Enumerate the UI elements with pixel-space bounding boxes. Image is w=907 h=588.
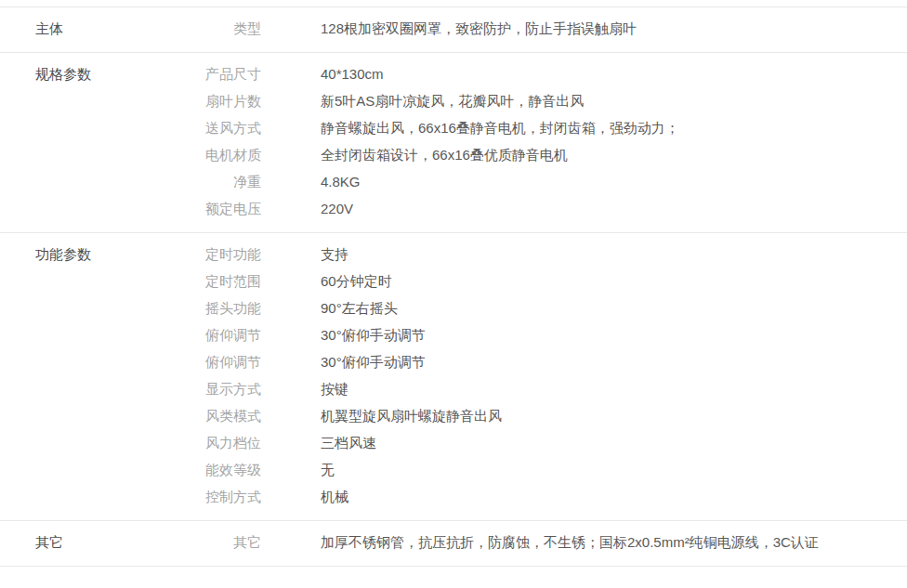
spec-row: 俯仰调节 30°俯仰手动调节: [200, 321, 907, 348]
spec-row: 净重 4.8KG: [200, 168, 907, 195]
spec-row: 风类模式 机翼型旋风扇叶螺旋静音出风: [200, 402, 907, 429]
spec-value: 按键: [321, 375, 348, 402]
spec-value: 30°俯仰手动调节: [321, 321, 426, 348]
spec-row: 送风方式 静音螺旋出风，66x16叠静音电机，封闭齿箱，强劲动力；: [200, 114, 907, 141]
spec-section-0: 主体 类型 128根加密双圈网罩，致密防护，防止手指误触扇叶: [0, 7, 907, 53]
spec-label: 俯仰调节: [200, 321, 261, 348]
spec-label: 净重: [200, 168, 261, 195]
spec-label: 其它: [200, 529, 261, 555]
spec-label: 扇叶片数: [200, 87, 261, 114]
section-rows: 定时功能 支持 定时范围 60分钟定时 摇头功能 90°左右摇头 俯仰调节 30…: [200, 241, 907, 510]
spec-row: 额定电压 220V: [200, 195, 907, 222]
spec-label: 类型: [200, 15, 261, 42]
spec-value: 机翼型旋风扇叶螺旋静音出风: [321, 402, 502, 429]
spec-label: 定时功能: [200, 241, 261, 268]
spec-value: 新5叶AS扇叶凉旋风，花瓣风叶，静音出风: [321, 87, 584, 114]
product-spec-table: 主体 类型 128根加密双圈网罩，致密防护，防止手指误触扇叶 规格参数 产品尺寸…: [0, 7, 907, 567]
section-rows: 产品尺寸 40*130cm 扇叶片数 新5叶AS扇叶凉旋风，花瓣风叶，静音出风 …: [200, 60, 907, 222]
section-title: 主体: [0, 15, 200, 42]
spec-value: 静音螺旋出风，66x16叠静音电机，封闭齿箱，强劲动力；: [321, 114, 679, 141]
spec-value: 全封闭齿箱设计，66x16叠优质静音电机: [321, 141, 568, 168]
spec-row: 定时功能 支持: [200, 241, 907, 268]
spec-row: 风力档位 三档风速: [200, 429, 907, 456]
spec-value: 加厚不锈钢管，抗压抗折，防腐蚀，不生锈；国标2x0.5mm²纯铜电源线，3C认证: [321, 529, 819, 555]
spec-section-1: 规格参数 产品尺寸 40*130cm 扇叶片数 新5叶AS扇叶凉旋风，花瓣风叶，…: [0, 53, 907, 233]
spec-label: 产品尺寸: [200, 60, 261, 87]
section-rows: 类型 128根加密双圈网罩，致密防护，防止手指误触扇叶: [200, 15, 907, 42]
spec-value: 三档风速: [321, 429, 376, 456]
spec-row: 俯仰调节 30°俯仰手动调节: [200, 348, 907, 375]
section-title: 其它: [0, 529, 200, 555]
spec-label: 俯仰调节: [200, 348, 261, 375]
spec-label: 风力档位: [200, 429, 261, 456]
spec-label: 摇头功能: [200, 294, 261, 321]
spec-value: 128根加密双圈网罩，致密防护，防止手指误触扇叶: [321, 15, 637, 42]
spec-value: 60分钟定时: [321, 268, 392, 294]
spec-label: 风类模式: [200, 402, 261, 429]
spec-value: 无: [321, 456, 335, 483]
spec-label: 控制方式: [200, 483, 261, 510]
spec-row: 类型 128根加密双圈网罩，致密防护，防止手指误触扇叶: [200, 15, 907, 42]
spec-row: 控制方式 机械: [200, 483, 907, 510]
spec-label: 显示方式: [200, 375, 261, 402]
spec-row: 其它 加厚不锈钢管，抗压抗折，防腐蚀，不生锈；国标2x0.5mm²纯铜电源线，3…: [200, 529, 907, 555]
spec-value: 90°左右摇头: [321, 294, 398, 321]
spec-section-2: 功能参数 定时功能 支持 定时范围 60分钟定时 摇头功能 90°左右摇头 俯仰…: [0, 233, 907, 521]
spec-row: 产品尺寸 40*130cm: [200, 60, 907, 87]
spec-row: 摇头功能 90°左右摇头: [200, 294, 907, 321]
spec-row: 显示方式 按键: [200, 375, 907, 402]
spec-label: 电机材质: [200, 141, 261, 168]
spec-value: 40*130cm: [321, 60, 384, 87]
spec-value: 4.8KG: [321, 168, 361, 195]
spec-section-3: 其它 其它 加厚不锈钢管，抗压抗折，防腐蚀，不生锈；国标2x0.5mm²纯铜电源…: [0, 521, 907, 567]
spec-row: 定时范围 60分钟定时: [200, 268, 907, 294]
section-title: 规格参数: [0, 60, 200, 222]
spec-value: 支持: [321, 241, 348, 268]
spec-label: 能效等级: [200, 456, 261, 483]
spec-value: 220V: [321, 195, 353, 222]
spec-row: 能效等级 无: [200, 456, 907, 483]
spec-row: 电机材质 全封闭齿箱设计，66x16叠优质静音电机: [200, 141, 907, 168]
spec-label: 送风方式: [200, 114, 261, 141]
spec-value: 机械: [321, 483, 348, 510]
spec-value: 30°俯仰手动调节: [321, 348, 426, 375]
spec-row: 扇叶片数 新5叶AS扇叶凉旋风，花瓣风叶，静音出风: [200, 87, 907, 114]
spec-label: 额定电压: [200, 195, 261, 222]
section-title: 功能参数: [0, 241, 200, 510]
section-rows: 其它 加厚不锈钢管，抗压抗折，防腐蚀，不生锈；国标2x0.5mm²纯铜电源线，3…: [200, 529, 907, 555]
spec-label: 定时范围: [200, 268, 261, 294]
